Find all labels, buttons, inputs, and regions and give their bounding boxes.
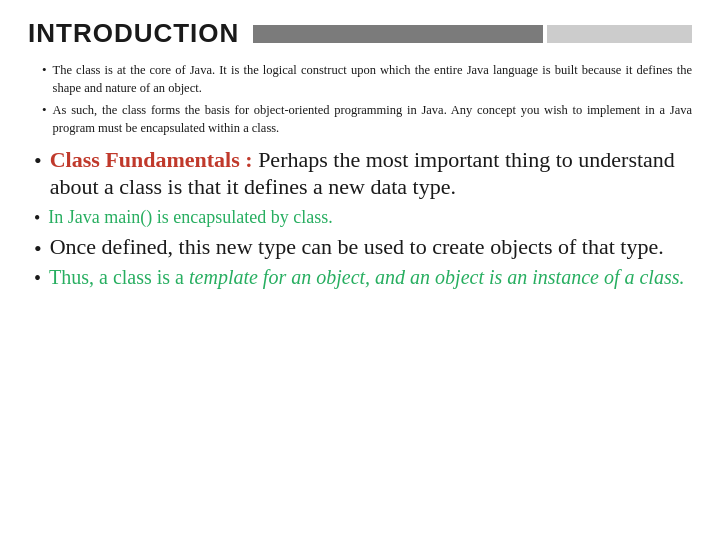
bullet-dot-2: •: [42, 102, 47, 118]
class-fund-label: Class Fundamentals :: [50, 147, 253, 172]
slide: INTRODUCTION • The class is at the core …: [0, 0, 720, 540]
page-title: INTRODUCTION: [28, 18, 239, 49]
intro-bullet-text-1: The class is at the core of Java. It is …: [53, 61, 692, 97]
main-bullet-text-2: In Java main() is encapsulated by class.: [48, 207, 332, 228]
main-bullet-text-4: Thus, a class is a template for an objec…: [49, 266, 684, 289]
main-bullet-once-defined: • Once defined, this new type can be use…: [34, 234, 692, 260]
main-bullets: • Class Fundamentals : Perhaps the most …: [34, 146, 692, 289]
title-bar: INTRODUCTION: [28, 18, 692, 49]
thus-prefix: Thus, a class is a: [49, 266, 189, 288]
thus-italic: template for an object, and an object is…: [189, 266, 685, 288]
main-bullet-text-3: Once defined, this new type can be used …: [50, 234, 664, 260]
intro-bullets: • The class is at the core of Java. It i…: [42, 61, 692, 138]
main-bullet-dot-3: •: [34, 238, 42, 260]
title-decoration: [253, 25, 692, 43]
main-bullet-dot-1: •: [34, 150, 42, 172]
intro-bullet-1: • The class is at the core of Java. It i…: [42, 61, 692, 97]
title-dec-light: [547, 25, 692, 43]
main-bullet-thus: • Thus, a class is a template for an obj…: [34, 266, 692, 289]
bullet-dot-1: •: [42, 62, 47, 78]
intro-bullet-2: • As such, the class forms the basis for…: [42, 101, 692, 137]
intro-bullet-text-2: As such, the class forms the basis for o…: [53, 101, 692, 137]
main-bullet-dot-2: •: [34, 209, 40, 227]
main-bullet-java-main: • In Java main() is encapsulated by clas…: [34, 207, 692, 228]
main-bullet-class-fund: • Class Fundamentals : Perhaps the most …: [34, 146, 692, 201]
title-dec-dark: [253, 25, 543, 43]
main-bullet-dot-4: •: [34, 268, 41, 288]
main-bullet-text-1: Class Fundamentals : Perhaps the most im…: [50, 146, 692, 201]
